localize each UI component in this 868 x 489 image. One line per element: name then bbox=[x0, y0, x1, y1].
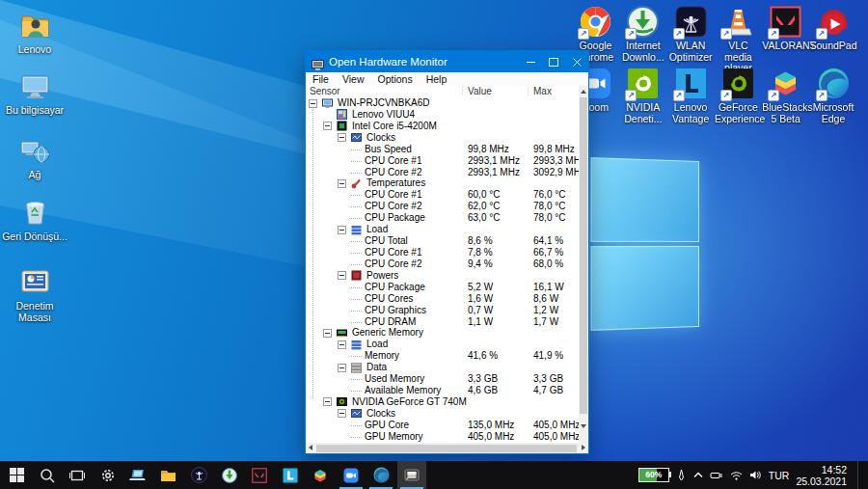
desktop-shortcut-valorant[interactable]: ↗VALORANT bbox=[762, 6, 809, 52]
sensor-row[interactable]: Clocks bbox=[306, 408, 579, 420]
taskbar-file-explorer[interactable] bbox=[154, 461, 183, 489]
sensor-row[interactable]: Clocks bbox=[306, 132, 579, 144]
sensor-row[interactable]: GPU Memory405,0 MHz405,0 MHz bbox=[306, 431, 579, 443]
sensor-row[interactable]: Bus Speed99,8 MHz99,8 MHz bbox=[306, 144, 579, 155]
taskbar-valorant[interactable] bbox=[245, 461, 274, 489]
pen-icon[interactable] bbox=[676, 469, 687, 481]
desktop-shortcut-internet-downlo-[interactable]: ↗Internet Downlo... bbox=[619, 6, 666, 63]
column-sensor[interactable]: Sensor bbox=[310, 86, 340, 97]
wifi-icon[interactable] bbox=[730, 471, 743, 480]
menu-help[interactable]: Help bbox=[420, 72, 454, 86]
sensor-row[interactable]: Temperatures bbox=[306, 177, 579, 189]
desktop-shortcut-geforce-experience[interactable]: ↗GeForce Experience bbox=[715, 68, 762, 124]
desktop-icon-lenovo[interactable]: Lenovo bbox=[0, 10, 69, 56]
taskbar-lenovo-utility[interactable] bbox=[123, 461, 152, 489]
sensor-row[interactable]: Powers bbox=[306, 270, 579, 282]
sensor-row[interactable]: CPU Core #262,0 °C78,0 °C bbox=[306, 201, 579, 212]
desktop-shortcut-nvidia-deneti-[interactable]: ↗NVIDIA Deneti... bbox=[619, 68, 666, 124]
taskbar-lenovo[interactable] bbox=[276, 461, 305, 489]
desktop-icon-bu-bilgisayar[interactable]: Bu bilgisayar bbox=[0, 70, 69, 117]
taskbar-start-button[interactable] bbox=[2, 461, 31, 489]
collapse-icon[interactable] bbox=[338, 179, 346, 188]
taskbar-internet-download-manager[interactable] bbox=[215, 461, 244, 489]
horizontal-scrollbar[interactable] bbox=[306, 443, 588, 453]
sensor-row[interactable]: Data bbox=[306, 362, 579, 373]
scroll-up-icon[interactable] bbox=[581, 90, 586, 94]
sensor-row[interactable]: WIN-PRJCVNBKA6D bbox=[306, 97, 579, 109]
desktop-shortcut-microsoft-edge[interactable]: ↗Microsoft Edge bbox=[810, 68, 857, 124]
sensor-row[interactable]: Memory41,6 %41,9 % bbox=[306, 350, 579, 362]
taskbar-open-hardware-monitor[interactable] bbox=[397, 461, 426, 489]
sensor-row[interactable]: CPU Package63,0 °C78,0 °C bbox=[306, 212, 579, 224]
horizontal-scroll-thumb[interactable] bbox=[316, 445, 577, 452]
desktop-shortcut-wlan-optimizer[interactable]: ↗WLAN Optimizer bbox=[667, 6, 715, 63]
maximize-button[interactable] bbox=[542, 51, 565, 72]
vertical-scroll-thumb[interactable] bbox=[580, 97, 587, 414]
clock[interactable]: 14:52 25.03.2021 bbox=[796, 464, 847, 487]
sensor-row[interactable]: CPU DRAM1,1 W1,7 W bbox=[306, 316, 579, 328]
vertical-scrollbar[interactable] bbox=[579, 86, 588, 443]
menu-file[interactable]: File bbox=[306, 72, 336, 86]
sensor-row[interactable]: CPU Core #12993,1 MHz2993,3 MHz bbox=[306, 155, 579, 167]
taskbar-task-view[interactable] bbox=[63, 461, 92, 489]
collapse-icon[interactable] bbox=[338, 364, 346, 372]
sensor-row[interactable]: CPU Core #160,0 °C76,0 °C bbox=[306, 189, 579, 201]
desktop-shortcut-soundpad[interactable]: ↗SoundPad bbox=[810, 6, 857, 52]
show-desktop-button[interactable] bbox=[857, 461, 862, 489]
collapse-icon[interactable] bbox=[338, 409, 346, 418]
taskbar-settings[interactable] bbox=[94, 461, 122, 489]
sensor-row[interactable]: CPU Core #17,8 %66,7 % bbox=[306, 247, 579, 258]
desktop-shortcut-bluestacks-5-beta[interactable]: ↗BlueStacks 5 Beta bbox=[762, 68, 809, 124]
battery-indicator[interactable]: 60% bbox=[638, 468, 669, 482]
collapse-icon[interactable] bbox=[338, 340, 346, 349]
sensor-row[interactable]: CPU Cores1,6 W8,6 W bbox=[306, 293, 579, 305]
sensor-row[interactable]: Intel Core i5-4200M bbox=[306, 121, 579, 132]
chevron-up-icon[interactable] bbox=[693, 472, 703, 478]
sensor-row[interactable]: CPU Core #29,4 %68,0 % bbox=[306, 258, 579, 270]
volume-icon[interactable] bbox=[749, 470, 762, 480]
close-button[interactable] bbox=[565, 51, 588, 72]
collapse-icon[interactable] bbox=[323, 397, 332, 406]
menu-options[interactable]: Options bbox=[371, 72, 420, 86]
taskbar-search[interactable] bbox=[33, 461, 62, 489]
taskbar-wlan-optimizer[interactable] bbox=[184, 461, 213, 489]
sensor-row[interactable]: Load bbox=[306, 224, 579, 235]
collapse-icon[interactable] bbox=[309, 99, 317, 108]
collapse-icon[interactable] bbox=[338, 271, 346, 280]
sensor-name: CPU Cores bbox=[365, 293, 414, 305]
sensor-row[interactable]: Used Memory3,3 GB3,3 GB bbox=[306, 373, 579, 385]
scroll-right-icon[interactable] bbox=[582, 445, 585, 450]
taskbar-bluestacks[interactable] bbox=[306, 461, 335, 489]
menu-view[interactable]: View bbox=[336, 72, 371, 86]
sensor-row[interactable]: CPU Graphics0,7 W1,2 W bbox=[306, 305, 579, 316]
desktop-icon-denetim-masas-[interactable]: Denetim Masası bbox=[0, 266, 69, 323]
taskbar-zoom[interactable] bbox=[337, 461, 366, 489]
sensor-row[interactable]: Available Memory4,6 GB4,7 GB bbox=[306, 385, 579, 396]
sensor-row[interactable]: Generic Memory bbox=[306, 327, 579, 339]
desktop-icon-geri-d-n-[interactable]: Geri Dönüşü... bbox=[0, 197, 69, 243]
collapse-icon[interactable] bbox=[338, 133, 346, 142]
collapse-icon[interactable] bbox=[338, 226, 346, 234]
open-hardware-monitor-window[interactable]: Open Hardware Monitor FileViewOptionsHel… bbox=[305, 50, 589, 454]
scroll-left-icon[interactable] bbox=[309, 445, 312, 450]
desktop-shortcut-vlc-media-player[interactable]: ↗VLC media player bbox=[715, 6, 762, 74]
taskbar-microsoft-edge[interactable] bbox=[366, 461, 395, 489]
sensor-row[interactable]: CPU Core #22993,1 MHz3092,9 MHz bbox=[306, 167, 579, 178]
scroll-down-icon[interactable] bbox=[581, 424, 586, 428]
minimize-button[interactable] bbox=[519, 51, 542, 72]
sensor-row[interactable]: Load bbox=[306, 339, 579, 350]
desktop-shortcut-lenovo-vantage[interactable]: ↗Lenovo Vantage bbox=[667, 68, 715, 124]
sensor-row[interactable]: CPU Total8,6 %64,1 % bbox=[306, 235, 579, 247]
desktop-icon-a-[interactable]: Ağ bbox=[0, 135, 69, 181]
language-indicator[interactable]: TUR bbox=[769, 470, 790, 481]
column-value[interactable]: Value bbox=[468, 86, 492, 97]
collapse-icon[interactable] bbox=[323, 122, 332, 130]
sensor-row[interactable]: CPU Package5,2 W16,1 W bbox=[306, 282, 579, 293]
collapse-icon[interactable] bbox=[323, 329, 332, 338]
column-max[interactable]: Max bbox=[533, 86, 552, 97]
sensor-row[interactable]: GPU Core135,0 MHz405,0 MHz bbox=[306, 420, 579, 431]
sensor-row[interactable]: NVIDIA GeForce GT 740M bbox=[306, 396, 579, 408]
titlebar[interactable]: Open Hardware Monitor bbox=[306, 51, 588, 72]
power-plug-icon[interactable] bbox=[710, 471, 723, 480]
sensor-row[interactable]: Lenovo VIUU4 bbox=[306, 109, 579, 121]
